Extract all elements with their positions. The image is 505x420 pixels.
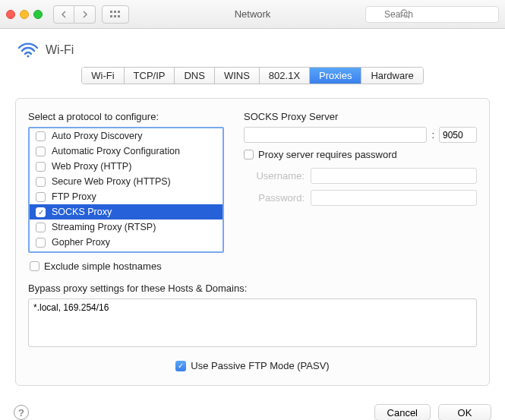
protocol-label: Streaming Proxy (RTSP) xyxy=(52,222,156,232)
svg-rect-3 xyxy=(110,15,112,17)
checkbox-icon[interactable] xyxy=(36,223,46,232)
search-wrap xyxy=(365,6,499,23)
help-button[interactable]: ? xyxy=(14,405,29,420)
exclude-hostnames-checkbox[interactable] xyxy=(30,261,39,271)
colon-separator: : xyxy=(431,129,434,141)
proxy-port-input[interactable] xyxy=(439,127,477,143)
password-input xyxy=(311,190,477,206)
checkbox-icon[interactable] xyxy=(36,192,46,202)
svg-point-8 xyxy=(27,55,29,57)
svg-point-6 xyxy=(401,10,407,16)
checkbox-icon[interactable] xyxy=(36,131,46,141)
bypass-label: Bypass proxy settings for these Hosts & … xyxy=(28,283,477,294)
tab-wifi[interactable]: Wi-Fi xyxy=(82,68,124,84)
protocol-label: Gopher Proxy xyxy=(52,237,110,248)
protocol-web-https[interactable]: Secure Web Proxy (HTTPS) xyxy=(30,174,223,189)
tab-hardware[interactable]: Hardware xyxy=(361,68,422,84)
svg-rect-2 xyxy=(118,11,120,13)
pasv-checkbox[interactable]: ✓ xyxy=(175,361,186,371)
tab-bar: Wi-Fi TCP/IP DNS WINS 802.1X Proxies Har… xyxy=(81,67,424,84)
wifi-icon xyxy=(18,43,38,58)
back-button[interactable] xyxy=(53,5,74,24)
requires-password-checkbox[interactable] xyxy=(244,150,254,159)
username-input xyxy=(311,168,477,184)
checkbox-icon[interactable] xyxy=(36,177,46,187)
protocol-web-http[interactable]: Web Proxy (HTTP) xyxy=(30,159,223,174)
protocol-label: Secure Web Proxy (HTTPS) xyxy=(52,176,171,187)
svg-rect-0 xyxy=(110,11,112,13)
checkbox-icon[interactable] xyxy=(36,147,46,156)
protocol-gopher[interactable]: Gopher Proxy xyxy=(30,235,223,250)
select-protocol-label: Select a protocol to configure: xyxy=(28,111,224,122)
protocol-auto-config[interactable]: Automatic Proxy Configuration xyxy=(30,144,223,159)
chevron-right-icon xyxy=(82,11,88,18)
nav-back-forward xyxy=(53,5,96,24)
minimize-icon[interactable] xyxy=(20,10,29,19)
protocol-auto-discovery[interactable]: Auto Proxy Discovery xyxy=(30,128,223,144)
close-icon[interactable] xyxy=(6,10,15,19)
tab-dns[interactable]: DNS xyxy=(175,68,214,84)
protocol-label: Web Proxy (HTTP) xyxy=(52,161,131,172)
forward-button[interactable] xyxy=(74,5,96,24)
tab-proxies[interactable]: Proxies xyxy=(310,68,361,84)
checkbox-icon[interactable] xyxy=(36,238,46,248)
svg-rect-1 xyxy=(114,11,116,13)
username-label: Username: xyxy=(244,170,305,182)
exclude-hostnames-label: Exclude simple hostnames xyxy=(44,261,162,272)
search-input[interactable] xyxy=(365,6,499,23)
titlebar: Network xyxy=(0,0,505,29)
protocol-label: Auto Proxy Discovery xyxy=(52,131,142,141)
svg-line-7 xyxy=(406,15,409,18)
cancel-button[interactable]: Cancel xyxy=(374,404,431,420)
tab-wins[interactable]: WINS xyxy=(215,68,260,84)
bypass-textarea[interactable] xyxy=(28,298,477,347)
checkbox-icon[interactable] xyxy=(36,162,46,172)
protocol-socks[interactable]: ✓SOCKS Proxy xyxy=(30,204,223,219)
show-all-button[interactable] xyxy=(102,5,129,24)
protocol-label: FTP Proxy xyxy=(52,191,96,202)
proxy-address-input[interactable] xyxy=(244,127,427,143)
protocol-label: Automatic Proxy Configuration xyxy=(52,146,180,156)
wifi-heading: Wi-Fi xyxy=(46,43,74,57)
socks-server-label: SOCKS Proxy Server xyxy=(244,111,477,122)
proxies-pane: Select a protocol to configure: Auto Pro… xyxy=(15,98,490,386)
checkbox-icon[interactable]: ✓ xyxy=(36,207,46,217)
svg-rect-4 xyxy=(114,15,116,17)
requires-password-label: Proxy server requires password xyxy=(258,149,397,160)
protocol-list[interactable]: Auto Proxy Discovery Automatic Proxy Con… xyxy=(28,127,224,253)
tab-8021x[interactable]: 802.1X xyxy=(260,68,310,84)
password-label: Password: xyxy=(244,192,305,204)
protocol-ftp[interactable]: FTP Proxy xyxy=(30,189,223,204)
zoom-icon[interactable] xyxy=(33,10,43,19)
svg-rect-5 xyxy=(118,15,120,17)
protocol-label: SOCKS Proxy xyxy=(52,207,112,217)
search-icon xyxy=(400,9,410,19)
tab-tcpip[interactable]: TCP/IP xyxy=(125,68,175,84)
pasv-label: Use Passive FTP Mode (PASV) xyxy=(191,360,329,371)
footer: ? Cancel OK xyxy=(0,396,505,420)
ok-button[interactable]: OK xyxy=(438,404,491,420)
grid-icon xyxy=(110,11,121,18)
chevron-left-icon xyxy=(61,11,67,18)
traffic-lights xyxy=(6,10,43,19)
protocol-rtsp[interactable]: Streaming Proxy (RTSP) xyxy=(30,219,223,235)
